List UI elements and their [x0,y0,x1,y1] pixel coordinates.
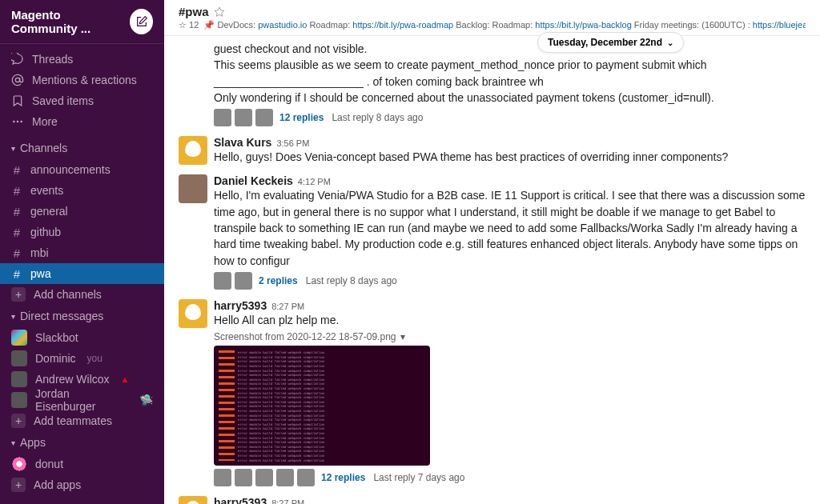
caret-down-icon: ▾ [11,144,15,153]
reply-count[interactable]: 2 replies [259,275,298,286]
reply-avatar[interactable] [235,469,252,486]
message-text: This seems plausible as we seem to creat… [214,57,806,90]
thread-replies[interactable]: 12 repliesLast reply 7 days ago [214,469,806,486]
reply-meta: Last reply 8 days ago [332,112,423,123]
workspace-name: Magento Community ... [11,8,130,35]
channels-section-header[interactable]: ▾Channels [0,137,164,159]
hash-icon: # [11,205,22,218]
reply-avatar[interactable] [255,109,273,126]
workspace-header[interactable]: Magento Community ... [0,0,164,44]
attached-image[interactable]: error module build failed webpack compil… [214,346,430,466]
reply-meta: Last reply 7 days ago [373,472,464,483]
message-author[interactable]: Daniel Keckeis [214,174,293,187]
add-apps[interactable]: +Add apps [0,474,164,495]
nav-mentions[interactable]: Mentions & reactions [0,70,164,90]
message-time: 8:27 PM [271,302,304,311]
message-time: 4:12 PM [298,177,331,186]
edit-icon [135,15,148,28]
caret-down-icon: ▾ [11,438,15,447]
add-teammates[interactable]: +Add teammates [0,410,164,431]
channel-topic: ☆ 12 📌 DevDocs: pwastudio.io Roadmap: ht… [179,20,806,30]
svg-point-3 [14,121,14,122]
svg-point-2 [21,121,22,122]
plus-icon: + [11,414,26,428]
apps-section-header[interactable]: ▾Apps [0,431,164,454]
bookmark-icon [11,94,24,107]
message-text: Hello, guys! Does Venia-concept based PW… [214,149,806,165]
dm-item-slackbot[interactable]: Slackbot [0,327,164,348]
thread-replies[interactable]: 12 repliesLast reply 8 days ago [214,109,806,126]
avatar[interactable] [179,299,207,328]
message-list[interactable]: guest checkout and not visible.This seem… [164,36,820,504]
message: Daniel Keckeis4:12 PMHello, I'm evaluati… [179,170,806,294]
avatar[interactable] [179,174,207,203]
hash-icon: # [11,184,22,198]
reply-avatar[interactable] [276,469,294,486]
nav-more[interactable]: More [0,111,164,132]
hash-icon: # [11,267,22,281]
svg-point-1 [17,121,18,122]
reply-count[interactable]: 12 replies [279,112,324,123]
message-text: guest checkout and not visible. [214,41,806,57]
reply-avatar[interactable] [297,469,315,486]
reply-count[interactable]: 12 replies [321,472,365,483]
sidebar: Magento Community ... Threads Mentions &… [0,0,164,504]
plus-icon: + [11,478,26,492]
plus-icon: + [11,287,26,302]
message-author[interactable]: harry5393 [214,299,267,312]
adobe-badge: ▲ [121,374,130,384]
message: harry53938:27 PMHello All can plz help m… [179,294,806,491]
reply-avatar[interactable] [235,272,252,290]
star-icon[interactable] [214,6,225,18]
reply-avatar[interactable] [214,272,231,290]
channel-title[interactable]: #pwa [179,5,806,18]
reply-avatar[interactable] [255,469,273,486]
channel-item-announcements[interactable]: #announcements [0,159,164,180]
avatar [11,330,27,346]
dm-item-dominic[interactable]: Dominicyou [0,348,164,369]
channel-header: #pwa ☆ 12 📌 DevDocs: pwastudio.io Roadma… [164,0,820,36]
reply-meta: Last reply 8 days ago [306,275,397,286]
channel-item-pwa[interactable]: #pwa [0,263,164,284]
link-devdocs[interactable]: pwastudio.io [258,20,307,30]
message: guest checkout and not visible.This seem… [179,36,806,131]
message-time: 8:27 PM [271,498,304,504]
reply-avatar[interactable] [214,109,231,126]
message-text: Only wondering if I should be concerned … [214,90,806,106]
message-text: Hello All can plz help me. [214,312,806,328]
add-channels[interactable]: +Add channels [0,284,164,305]
avatar[interactable] [179,136,207,165]
channel-item-general[interactable]: #general [0,201,164,222]
nav-threads[interactable]: Threads [0,49,164,70]
caret-down-icon: ▾ [11,312,15,321]
dm-item-jordan-eisenburger[interactable]: Jordan Eisenburger🛸 [0,390,164,410]
channel-item-mbi[interactable]: #mbi [0,242,164,263]
link-meeting[interactable]: https://bluejeans.com/802041536 [753,20,806,30]
channel-item-github[interactable]: #github [0,222,164,242]
hash-icon: # [11,163,22,177]
message: harry53938:27 PMi am run"yarn run build"… [179,491,806,504]
reply-avatar[interactable] [214,469,231,486]
dms-section-header[interactable]: ▾Direct messages [0,305,164,327]
message-author[interactable]: harry5393 [214,496,267,504]
hash-icon: # [11,226,22,239]
more-icon [11,115,24,128]
avatar [11,392,27,408]
app-item-donut[interactable]: donut [0,454,164,474]
channel-item-events[interactable]: #events [0,180,164,201]
compose-button[interactable] [130,9,153,34]
thread-replies[interactable]: 2 repliesLast reply 8 days ago [214,272,806,290]
mention-icon [11,74,24,86]
avatar[interactable] [179,496,207,504]
date-divider-pill[interactable]: Tuesday, December 22nd ⌄ [537,32,684,53]
hash-icon: # [11,246,22,260]
link-backlog[interactable]: https://bit.ly/pwa-backlog [535,20,631,30]
attachment-name[interactable]: Screenshot from 2020-12-22 18-57-09.png … [214,331,806,342]
message: Slava Kurs3:56 PMHello, guys! Does Venia… [179,131,806,170]
reply-avatar[interactable] [235,109,252,126]
nav-saved[interactable]: Saved items [0,90,164,111]
link-roadmap[interactable]: https://bit.ly/pwa-roadmap [352,20,453,30]
main-content: #pwa ☆ 12 📌 DevDocs: pwastudio.io Roadma… [164,0,820,504]
chevron-down-icon[interactable]: ▾ [400,331,405,342]
message-author[interactable]: Slava Kurs [214,136,271,149]
